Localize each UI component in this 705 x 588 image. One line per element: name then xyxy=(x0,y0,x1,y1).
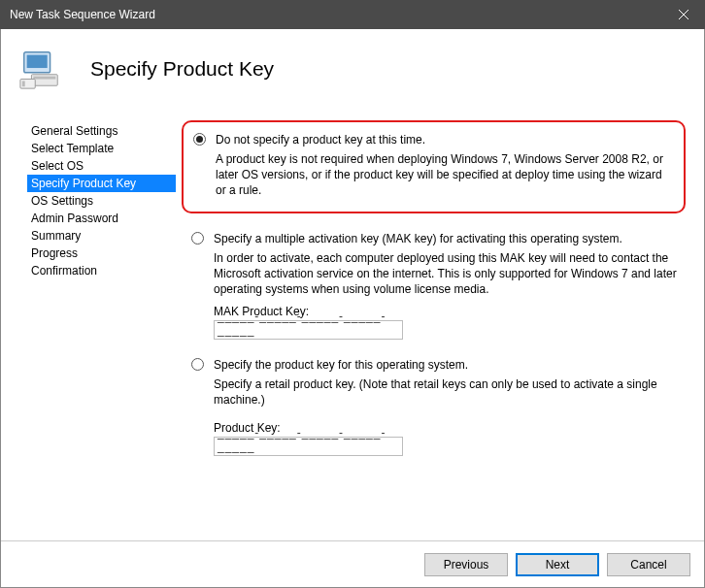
titlebar: New Task Sequence Wizard xyxy=(0,0,705,29)
retail-key-input[interactable]: _____-_____-_____-_____-_____ xyxy=(214,437,403,456)
window-title: New Task Sequence Wizard xyxy=(10,8,155,21)
wizard-header: Specify Product Key xyxy=(1,29,704,113)
close-icon xyxy=(679,10,688,19)
highlighted-option: Do not specify a product key at this tim… xyxy=(182,120,686,213)
wizard-footer: Previous Next Cancel xyxy=(1,540,704,587)
radio-no-key-desc: A product key is not required when deplo… xyxy=(216,151,668,198)
page-title: Specify Product Key xyxy=(90,57,274,81)
sidebar-item-select-os[interactable]: Select OS xyxy=(27,157,176,175)
close-button[interactable] xyxy=(661,0,705,29)
sidebar-item-summary[interactable]: Summary xyxy=(27,227,176,245)
mak-key-input[interactable]: _____-_____-_____-_____-_____ xyxy=(214,320,403,340)
sidebar-item-confirmation[interactable]: Confirmation xyxy=(27,262,176,279)
sidebar-item-specify-product-key[interactable]: Specify Product Key xyxy=(27,175,176,192)
computer-icon xyxy=(18,47,63,91)
wizard-sidebar: General Settings Select Template Select … xyxy=(16,113,176,540)
previous-button[interactable]: Previous xyxy=(424,553,508,576)
radio-retail-key-desc: Specify a retail product key. (Note that… xyxy=(214,376,682,408)
sidebar-item-select-template[interactable]: Select Template xyxy=(27,140,176,157)
next-button[interactable]: Next xyxy=(516,553,599,576)
sidebar-item-general-settings[interactable]: General Settings xyxy=(27,122,176,140)
radio-mak-key-label: Specify a multiple activation key (MAK k… xyxy=(214,231,622,246)
radio-mak-key[interactable] xyxy=(191,232,204,245)
svg-rect-5 xyxy=(33,77,55,80)
radio-retail-key-label: Specify the product key for this operati… xyxy=(214,357,468,373)
sidebar-item-admin-password[interactable]: Admin Password xyxy=(27,210,176,227)
svg-rect-7 xyxy=(22,81,25,86)
svg-rect-3 xyxy=(27,55,48,68)
sidebar-item-progress[interactable]: Progress xyxy=(27,245,176,262)
radio-no-key-label: Do not specify a product key at this tim… xyxy=(216,132,425,147)
sidebar-item-os-settings[interactable]: OS Settings xyxy=(27,192,176,210)
cancel-button[interactable]: Cancel xyxy=(607,553,690,576)
radio-no-key[interactable] xyxy=(193,133,206,146)
radio-retail-key[interactable] xyxy=(191,358,204,371)
radio-mak-key-desc: In order to activate, each computer depl… xyxy=(214,250,682,297)
wizard-main: Do not specify a product key at this tim… xyxy=(176,113,689,540)
